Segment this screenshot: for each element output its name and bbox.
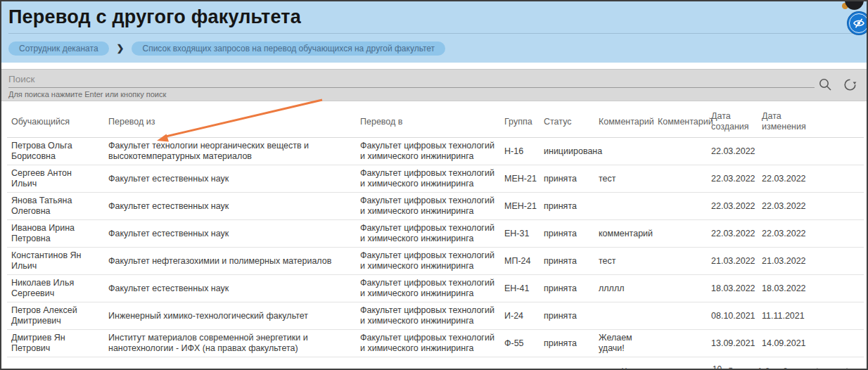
table-row[interactable]: Янова Татьяна ОлеговнаФакультет естестве… xyxy=(7,193,864,220)
table-cell: Сергеев Антон Ильич xyxy=(7,165,104,193)
table-cell: Факультет цифровых технологий и химическ… xyxy=(356,138,500,165)
table-cell: тест xyxy=(594,248,653,275)
breadcrumb: Сотрудник деканата ❯ Список входящих зап… xyxy=(8,42,860,56)
table-cell: 21.03.2022 xyxy=(707,248,758,275)
table-header-row: Обучающийся Перевод из Перевод в Группа … xyxy=(7,107,864,138)
breadcrumb-separator-icon: ❯ xyxy=(117,42,125,56)
page-size-select[interactable]: 10 ▼ xyxy=(711,364,736,370)
table-cell: Факультет цифровых технологий и химическ… xyxy=(356,302,500,330)
search-panel: Для поиска нажмите Enter или кнопку поис… xyxy=(1,69,867,101)
page-title: Перевод с другого факультета xyxy=(8,6,860,34)
table-cell: МП-24 xyxy=(500,248,540,275)
page-size-value: 10 xyxy=(713,364,722,370)
table-cell: комментарий xyxy=(594,220,653,248)
table-cell xyxy=(653,275,707,302)
chevron-left-icon xyxy=(812,366,820,370)
table-cell xyxy=(653,193,707,220)
table-cell: 22.03.2022 xyxy=(758,193,808,220)
table-cell: Факультет технологии неорганических веще… xyxy=(104,138,356,165)
table-cell: принята xyxy=(540,193,594,220)
table-cell: Константинов Ян Ильич xyxy=(7,248,104,275)
table-cell: принята xyxy=(540,165,594,193)
table-cell: МЕН-21 xyxy=(500,193,540,220)
table-cell: Янова Татьяна Олеговна xyxy=(7,193,104,220)
table-cell: ЕН-31 xyxy=(500,220,540,248)
table-cell-spacer xyxy=(808,220,864,248)
breadcrumb-chip-section[interactable]: Список входящих запросов на перевод обуч… xyxy=(132,42,445,56)
table-cell: Факультет естественных наук xyxy=(104,220,356,248)
table-cell-spacer xyxy=(808,302,864,330)
table-row[interactable]: Николаев Илья СергеевичФакультет естеств… xyxy=(7,275,864,302)
table-cell-spacer xyxy=(808,275,864,302)
table-body: Петрова Ольга БорисовнаФакультет техноло… xyxy=(7,138,864,357)
table-cell: Желаем удачи! xyxy=(594,330,653,357)
table-cell-spacer xyxy=(808,330,864,357)
page: Перевод с другого факультета Сотрудник д… xyxy=(0,0,868,370)
table-cell: 11.11.2021 xyxy=(758,302,808,330)
table-row[interactable]: Дмитриев Ян ПетровичИнститут материалов … xyxy=(7,330,864,357)
table-cell: 22.03.2022 xyxy=(707,220,758,248)
table-cell: 08.10.2021 xyxy=(707,302,758,330)
column-header-date-modified[interactable]: Дата изменения xyxy=(758,107,808,138)
table-row[interactable]: Петров Алексей ДмитриевичИнженерный хими… xyxy=(7,302,864,330)
column-header-comment-1[interactable]: Комментарий xyxy=(594,107,653,138)
table-cell: 22.03.2022 xyxy=(707,193,758,220)
table-cell xyxy=(653,138,707,165)
table-cell: 22.03.2022 xyxy=(707,138,758,165)
table-cell: Н-16 xyxy=(500,138,540,165)
table-cell: 18.03.2022 xyxy=(707,275,758,302)
table-cell: МЕН-21 xyxy=(500,165,540,193)
table-cell: Инженерный химико-технологический факуль… xyxy=(104,302,356,330)
table-cell: Факультет нефтегазохимии и полимерных ма… xyxy=(104,248,356,275)
refresh-icon xyxy=(843,77,857,92)
table-cell: Институт материалов современной энергети… xyxy=(104,330,356,357)
column-header-transfer-from[interactable]: Перевод из xyxy=(104,107,356,138)
table-cell: Дмитриев Ян Петрович xyxy=(7,330,104,357)
table-cell-spacer xyxy=(808,138,864,165)
column-header-group[interactable]: Группа xyxy=(500,107,540,138)
column-header-date-created[interactable]: Дата создания xyxy=(707,107,758,138)
column-header-status[interactable]: Статус xyxy=(540,107,594,138)
column-header-transfer-to[interactable]: Перевод в xyxy=(356,107,500,138)
table-row[interactable]: Петрова Ольга БорисовнаФакультет техноло… xyxy=(7,138,864,165)
table-cell: тест xyxy=(594,165,653,193)
table-cell: Иванова Ирина Петровна xyxy=(7,220,104,248)
table-cell-spacer xyxy=(808,165,864,193)
transfers-table: Обучающийся Перевод из Перевод в Группа … xyxy=(7,107,864,357)
table-cell: Факультет цифровых технологий и химическ… xyxy=(356,275,500,302)
table-row[interactable]: Константинов Ян ИльичФакультет нефтегазо… xyxy=(7,248,864,275)
search-icon xyxy=(818,77,833,92)
column-header-student[interactable]: Обучающийся xyxy=(7,107,104,138)
breadcrumb-chip-role[interactable]: Сотрудник деканата xyxy=(8,42,109,56)
page-header: Перевод с другого факультета Сотрудник д… xyxy=(1,1,867,63)
table-cell: Ф-55 xyxy=(500,330,540,357)
table-cell: принята xyxy=(540,275,594,302)
table-cell: И-24 xyxy=(500,302,540,330)
search-button[interactable] xyxy=(818,77,833,92)
toggle-visibility-button[interactable] xyxy=(848,12,868,34)
table-cell: Факультет цифровых технологий и химическ… xyxy=(356,220,500,248)
table-cell: Факультет цифровых технологий и химическ… xyxy=(356,330,500,357)
table-cell: Николаев Илья Сергеевич xyxy=(7,275,104,302)
pager xyxy=(812,366,853,370)
table-cell: принята xyxy=(540,220,594,248)
table-cell xyxy=(594,138,653,165)
table-row[interactable]: Иванова Ирина ПетровнаФакультет естестве… xyxy=(7,220,864,248)
table-cell xyxy=(653,330,707,357)
table-cell: Факультет цифровых технологий и химическ… xyxy=(356,193,500,220)
table-cell: Петров Алексей Дмитриевич xyxy=(7,302,104,330)
table-row[interactable]: Сергеев Антон ИльичФакультет естественны… xyxy=(7,165,864,193)
prev-page-button[interactable] xyxy=(812,366,820,370)
column-header-comment-2[interactable]: Комментарий xyxy=(653,107,707,138)
table-cell: ллллл xyxy=(594,275,653,302)
table-cell: Факультет естественных наук xyxy=(104,275,356,302)
search-hint: Для поиска нажмите Enter или кнопку поис… xyxy=(8,90,858,98)
next-page-button[interactable] xyxy=(844,366,853,370)
table-cell xyxy=(653,248,707,275)
search-input[interactable] xyxy=(8,74,815,88)
table-cell xyxy=(758,138,808,165)
table-cell: инициирована xyxy=(540,138,594,165)
refresh-button[interactable] xyxy=(843,77,857,92)
table-cell: 22.03.2022 xyxy=(758,220,808,248)
table-cell: 21.03.2022 xyxy=(758,248,808,275)
